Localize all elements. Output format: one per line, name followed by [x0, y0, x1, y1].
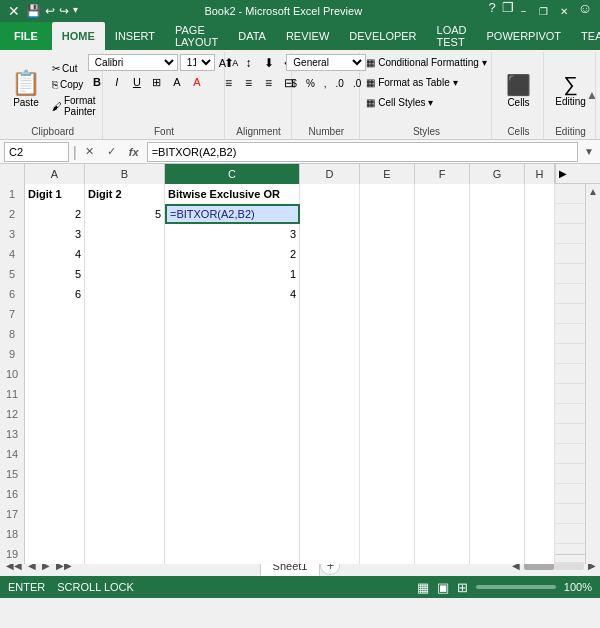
- window-restore-icon[interactable]: ❐: [502, 0, 514, 22]
- cell-f5[interactable]: [415, 264, 470, 284]
- cell-a7[interactable]: [25, 304, 85, 324]
- insert-function-btn[interactable]: fx: [125, 143, 143, 161]
- cell-e6[interactable]: [360, 284, 415, 304]
- cell-f7[interactable]: [415, 304, 470, 324]
- row-num-3[interactable]: 3: [0, 224, 25, 244]
- redo-icon[interactable]: ↪: [59, 4, 69, 18]
- row-num-16[interactable]: 16: [0, 484, 25, 504]
- cell-e2[interactable]: [360, 204, 415, 224]
- formula-expand-btn[interactable]: ▼: [582, 146, 596, 157]
- font-color-button[interactable]: A: [188, 73, 206, 91]
- cell-g6[interactable]: [470, 284, 525, 304]
- font-size-dropdown[interactable]: 11: [180, 54, 215, 71]
- restore-button[interactable]: ❐: [534, 0, 554, 22]
- view-normal-btn[interactable]: ▦: [417, 580, 429, 595]
- cell-a6[interactable]: 6: [25, 284, 85, 304]
- cell-b6[interactable]: [85, 284, 165, 304]
- cell-c1[interactable]: Bitwise Exclusive OR: [165, 184, 300, 204]
- row-num-1[interactable]: 1: [0, 184, 25, 204]
- col-header-e[interactable]: E: [360, 164, 415, 184]
- cell-d4[interactable]: [300, 244, 360, 264]
- cell-g4[interactable]: [470, 244, 525, 264]
- row-num-17[interactable]: 17: [0, 504, 25, 524]
- close-button[interactable]: ✕: [554, 0, 574, 22]
- italic-button[interactable]: I: [108, 73, 126, 91]
- zoom-slider[interactable]: [476, 585, 556, 589]
- conditional-formatting-dropdown[interactable]: ▾: [482, 57, 487, 68]
- align-bottom-btn[interactable]: ⬇: [260, 54, 278, 72]
- undo-icon[interactable]: ↩: [45, 4, 55, 18]
- row-num-8[interactable]: 8: [0, 324, 25, 344]
- row-num-9[interactable]: 9: [0, 344, 25, 364]
- cell-styles-dropdown[interactable]: ▾: [428, 97, 433, 108]
- cell-h1[interactable]: [525, 184, 555, 204]
- cell-d2[interactable]: [300, 204, 360, 224]
- comma-btn[interactable]: ,: [320, 74, 331, 92]
- tab-data[interactable]: DATA: [228, 22, 276, 50]
- cell-f2[interactable]: [415, 204, 470, 224]
- help-icon[interactable]: ?: [488, 0, 495, 22]
- cell-d7[interactable]: [300, 304, 360, 324]
- cell-h5[interactable]: [525, 264, 555, 284]
- cell-g3[interactable]: [470, 224, 525, 244]
- align-top-btn[interactable]: ⬆: [220, 54, 238, 72]
- tab-load-test[interactable]: LOAD TEST: [427, 22, 477, 50]
- cell-f6[interactable]: [415, 284, 470, 304]
- align-center-btn[interactable]: ≡: [240, 74, 258, 92]
- cell-e3[interactable]: [360, 224, 415, 244]
- cell-c2[interactable]: =BITXOR(A2,B2): [165, 204, 300, 224]
- tab-file[interactable]: FILE: [0, 22, 52, 50]
- number-format-dropdown[interactable]: General: [286, 54, 366, 71]
- col-header-f[interactable]: F: [415, 164, 470, 184]
- tab-home[interactable]: HOME: [52, 22, 105, 50]
- cell-g5[interactable]: [470, 264, 525, 284]
- cell-styles-button[interactable]: ▦ Cell Styles ▾: [361, 94, 438, 111]
- cell-d3[interactable]: [300, 224, 360, 244]
- cell-h2[interactable]: [525, 204, 555, 224]
- cell-a2[interactable]: 2: [25, 204, 85, 224]
- row-num-6[interactable]: 6: [0, 284, 25, 304]
- cell-c7[interactable]: [165, 304, 300, 324]
- vertical-scrollbar[interactable]: ▲: [585, 184, 600, 564]
- save-icon[interactable]: 💾: [26, 4, 41, 18]
- row-num-2[interactable]: 2: [0, 204, 25, 224]
- cell-d5[interactable]: [300, 264, 360, 284]
- cell-c5[interactable]: 1: [165, 264, 300, 284]
- tab-team[interactable]: TEAM: [571, 22, 600, 50]
- currency-btn[interactable]: $: [287, 74, 301, 92]
- row-num-19[interactable]: 19: [0, 544, 25, 564]
- col-header-h[interactable]: H: [525, 164, 555, 184]
- percent-btn[interactable]: %: [302, 74, 319, 92]
- ribbon-scroll-btn[interactable]: ▲: [586, 88, 598, 102]
- row-num-11[interactable]: 11: [0, 384, 25, 404]
- name-box[interactable]: [4, 142, 69, 162]
- row-num-14[interactable]: 14: [0, 444, 25, 464]
- row-num-15[interactable]: 15: [0, 464, 25, 484]
- cell-b3[interactable]: [85, 224, 165, 244]
- tab-developer[interactable]: DEVELOPER: [339, 22, 426, 50]
- cell-d6[interactable]: [300, 284, 360, 304]
- cell-g7[interactable]: [470, 304, 525, 324]
- align-left-btn[interactable]: ≡: [220, 74, 238, 92]
- cell-g2[interactable]: [470, 204, 525, 224]
- cell-b4[interactable]: [85, 244, 165, 264]
- row-num-13[interactable]: 13: [0, 424, 25, 444]
- scroll-right-btn[interactable]: ▶: [555, 164, 570, 183]
- cell-e4[interactable]: [360, 244, 415, 264]
- cell-b1[interactable]: Digit 2: [85, 184, 165, 204]
- cell-a5[interactable]: 5: [25, 264, 85, 284]
- cell-f4[interactable]: [415, 244, 470, 264]
- cell-e5[interactable]: [360, 264, 415, 284]
- cells-button[interactable]: ⬛ Cells: [501, 63, 536, 118]
- align-right-btn[interactable]: ≡: [260, 74, 278, 92]
- cell-c6[interactable]: 4: [165, 284, 300, 304]
- cell-g1[interactable]: [470, 184, 525, 204]
- increase-decimal-btn[interactable]: .0: [332, 74, 348, 92]
- cell-e7[interactable]: [360, 304, 415, 324]
- font-name-dropdown[interactable]: Calibri: [88, 54, 178, 71]
- row-num-7[interactable]: 7: [0, 304, 25, 324]
- view-layout-btn[interactable]: ▣: [437, 580, 449, 595]
- view-page-break-btn[interactable]: ⊞: [457, 580, 468, 595]
- cell-f1[interactable]: [415, 184, 470, 204]
- row-num-5[interactable]: 5: [0, 264, 25, 284]
